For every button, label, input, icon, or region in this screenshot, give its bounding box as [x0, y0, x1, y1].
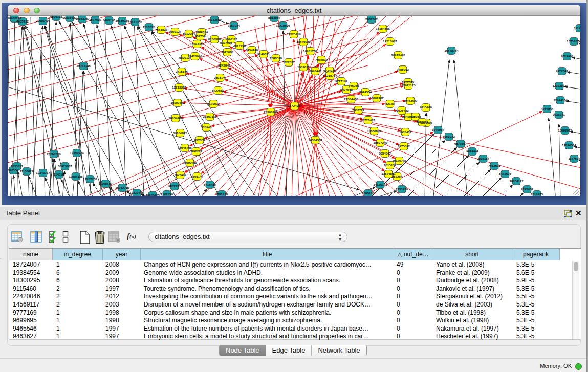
svg-text:18724007: 18724007: [288, 104, 302, 107]
svg-text:12323446: 12323446: [129, 191, 144, 194]
svg-text:40265423: 40265423: [145, 193, 160, 196]
svg-text:12975115: 12975115: [401, 83, 416, 87]
svg-text:33867110: 33867110: [203, 115, 217, 118]
svg-text:857833: 857833: [194, 138, 205, 142]
svg-text:14136141: 14136141: [373, 183, 387, 186]
svg-text:12213363: 12213363: [172, 85, 186, 89]
svg-text:114519: 114519: [54, 172, 64, 176]
svg-text:19654985: 19654985: [168, 116, 183, 120]
svg-text:475964: 475964: [410, 115, 421, 118]
svg-text:10025433: 10025433: [395, 108, 409, 112]
svg-text:12444154: 12444154: [553, 98, 568, 102]
svg-text:535943: 535943: [201, 125, 212, 129]
svg-text:8454749: 8454749: [246, 48, 258, 52]
svg-text:6879197: 6879197: [454, 142, 467, 145]
svg-text:11958107: 11958107: [98, 182, 113, 185]
svg-text:6466160: 6466160: [103, 18, 116, 22]
svg-text:8990443: 8990443: [309, 69, 322, 73]
svg-text:1167534: 1167534: [568, 157, 580, 160]
svg-text:16210727: 16210727: [323, 74, 337, 77]
svg-text:16961758: 16961758: [303, 49, 317, 53]
svg-text:9939271: 9939271: [553, 113, 565, 116]
svg-text:2935114: 2935114: [477, 157, 489, 160]
svg-text:1112843: 1112843: [574, 26, 580, 30]
svg-text:18807249: 18807249: [373, 141, 387, 144]
svg-text:7625402: 7625402: [174, 173, 187, 177]
svg-text:9777169: 9777169: [335, 79, 348, 83]
svg-text:90838637: 90838637: [62, 16, 77, 19]
svg-text:10654112: 10654112: [509, 179, 524, 183]
svg-text:9329966: 9329966: [561, 54, 574, 58]
svg-text:8186328: 8186328: [208, 37, 221, 41]
svg-text:9474444: 9474444: [466, 149, 479, 153]
svg-text:3624554: 3624554: [359, 90, 372, 94]
svg-text:9245652: 9245652: [521, 187, 534, 191]
svg-text:16543382: 16543382: [190, 42, 204, 46]
svg-text:18640910: 18640910: [296, 40, 311, 43]
svg-text:16154808: 16154808: [376, 27, 390, 30]
svg-text:12505135: 12505135: [69, 174, 83, 178]
svg-text:16671355: 16671355: [128, 20, 142, 24]
svg-text:11156829: 11156829: [20, 169, 34, 173]
svg-text:17957253: 17957253: [83, 177, 97, 181]
svg-text:16648784: 16648784: [444, 49, 459, 52]
svg-text:9600133: 9600133: [50, 16, 63, 18]
svg-text:9242848: 9242848: [218, 63, 231, 67]
svg-text:1615132: 1615132: [384, 163, 397, 167]
svg-text:7955812: 7955812: [315, 58, 328, 61]
svg-text:17359924: 17359924: [70, 151, 84, 155]
svg-text:6497568: 6497568: [340, 87, 353, 91]
svg-text:30975887: 30975887: [58, 164, 72, 168]
svg-text:12213967: 12213967: [383, 39, 397, 43]
svg-text:15720407: 15720407: [361, 118, 375, 122]
svg-text:7357224: 7357224: [228, 24, 241, 27]
svg-text:2867608: 2867608: [233, 43, 246, 47]
svg-text:1691144: 1691144: [191, 174, 203, 178]
svg-text:8813054: 8813054: [268, 16, 281, 19]
svg-text:10973493: 10973493: [391, 53, 405, 57]
svg-text:9227342: 9227342: [556, 69, 569, 73]
svg-text:10120746: 10120746: [392, 159, 406, 162]
svg-text:19463627: 19463627: [403, 99, 418, 102]
svg-text:25300293: 25300293: [264, 110, 278, 114]
svg-text:10107553: 10107553: [170, 101, 185, 104]
svg-text:1535051: 1535051: [11, 164, 24, 168]
svg-text:19218506: 19218506: [276, 24, 290, 27]
svg-text:10688609: 10688609: [367, 129, 381, 133]
svg-text:19384554: 19384554: [308, 138, 322, 142]
svg-text:2718176: 2718176: [176, 70, 188, 73]
svg-text:0781618: 0781618: [215, 192, 228, 196]
svg-text:1362615: 1362615: [297, 65, 310, 69]
svg-text:982754: 982754: [195, 34, 206, 38]
svg-text:393154: 393154: [8, 168, 19, 172]
svg-text:9857791: 9857791: [168, 184, 181, 188]
svg-text:5322037: 5322037: [282, 60, 295, 64]
svg-text:9473811: 9473811: [416, 120, 428, 124]
svg-text:9115460: 9115460: [420, 105, 432, 109]
svg-text:16033809: 16033809: [207, 18, 222, 21]
svg-text:2687682: 2687682: [365, 17, 378, 21]
svg-text:7663822: 7663822: [155, 28, 168, 31]
svg-text:252254: 252254: [392, 174, 403, 178]
svg-text:9327508: 9327508: [220, 41, 233, 45]
svg-text:9084067: 9084067: [379, 151, 391, 155]
svg-text:1322554: 1322554: [195, 30, 208, 34]
svg-text:9593103: 9593103: [362, 191, 375, 195]
svg-text:3675685: 3675685: [221, 50, 234, 54]
svg-text:21364436: 21364436: [344, 97, 358, 101]
svg-text:19166825: 19166825: [173, 131, 187, 135]
svg-text:8471676: 8471676: [499, 172, 512, 176]
svg-text:746266: 746266: [349, 84, 359, 87]
svg-text:1640954: 1640954: [432, 128, 445, 132]
svg-text:14099489: 14099489: [183, 161, 197, 164]
svg-text:8427552: 8427552: [212, 89, 225, 92]
svg-text:62160: 62160: [385, 102, 395, 105]
svg-text:16046798: 16046798: [178, 146, 192, 149]
svg-text:10807487: 10807487: [369, 96, 384, 100]
svg-text:10853257: 10853257: [75, 17, 90, 20]
svg-text:1965412: 1965412: [399, 130, 412, 134]
svg-text:6734028: 6734028: [323, 69, 336, 72]
svg-text:2803144: 2803144: [214, 76, 227, 79]
svg-text:29053346: 29053346: [76, 64, 91, 68]
svg-text:7485003: 7485003: [397, 68, 409, 71]
